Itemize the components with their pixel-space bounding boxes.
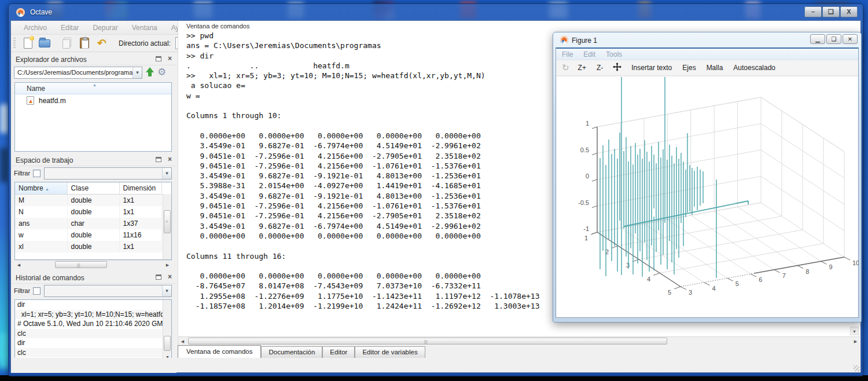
scroll-right-icon[interactable]: ▶	[163, 261, 172, 269]
undock-icon[interactable]	[156, 157, 161, 162]
history-vscrollbar[interactable]: ▼	[163, 300, 171, 361]
open-file-button[interactable]	[39, 38, 52, 49]
history-item[interactable]: clc	[15, 348, 171, 358]
undock-icon[interactable]	[156, 56, 161, 61]
tab-documentacion[interactable]: Documentación	[261, 346, 322, 358]
desktop-icon-fragment	[0, 104, 8, 133]
desktop-icon-fragment	[0, 333, 8, 368]
col-nombre[interactable]: Nombre ▲	[15, 182, 67, 195]
octave-titlebar[interactable]: Octave – ❏ X	[10, 5, 861, 20]
menu-file[interactable]: File	[562, 50, 573, 58]
history-item[interactable]: dir	[15, 338, 171, 348]
new-file-button[interactable]	[21, 38, 34, 49]
history-item[interactable]: clc	[15, 329, 171, 339]
table-row[interactable]: Ndouble1x1	[15, 206, 162, 218]
scroll-left-icon[interactable]: ◀	[14, 261, 23, 269]
file-row[interactable]: heatfd.m	[15, 94, 171, 107]
menu-depurar[interactable]: Depurar	[93, 24, 117, 32]
pan-icon[interactable]	[613, 63, 621, 74]
table-row[interactable]: Mdouble1x1	[15, 195, 162, 207]
panel-title: Explorador de archivos	[16, 56, 87, 64]
history-item[interactable]: dir	[15, 300, 171, 310]
zoom-in-button[interactable]: Z+	[578, 64, 586, 72]
console-text[interactable]: >> pwd ans = C:\Users\Jeremias\Documents…	[186, 31, 539, 311]
minimize-button[interactable]: –	[804, 6, 822, 17]
resize-grip[interactable]	[854, 365, 859, 371]
figure-window: Figure 1 ▁ ❏ ✕ File Edit Tools ↻ Z+ Z- I…	[553, 32, 862, 323]
svg-text:1: 1	[584, 235, 588, 241]
explorer-up-button[interactable]	[145, 67, 155, 78]
close-button[interactable]: X	[840, 6, 858, 17]
col-clase[interactable]: Clase	[67, 182, 119, 195]
desktop-left-strip	[0, 0, 9, 375]
close-icon[interactable]: ×	[168, 273, 172, 281]
axes-button[interactable]: Ejes	[682, 64, 696, 72]
history-header[interactable]: Historial de comandos ×	[11, 272, 176, 284]
restore-button[interactable]: ❏	[826, 34, 841, 44]
name-column-header[interactable]: Name ▲	[15, 83, 171, 94]
undock-icon[interactable]	[156, 274, 161, 280]
workspace-filter-combo[interactable]: ▼	[44, 167, 172, 179]
current-directory-label: Directorio actual:	[119, 39, 171, 47]
figure-menubar: File Edit Tools	[556, 49, 858, 60]
scrollbar-thumb[interactable]	[188, 338, 667, 345]
scrollbar-grip: ≡	[165, 219, 168, 224]
grid-button[interactable]: Malla	[707, 64, 723, 72]
scroll-down-icon[interactable]: ▼	[850, 327, 859, 335]
history-filter-combo[interactable]: ▼	[44, 285, 172, 297]
workspace-header[interactable]: Espacio de trabajo ×	[11, 154, 176, 166]
tab-editor[interactable]: Editor	[322, 346, 355, 358]
figure-plot-svg[interactable]: 10.50-0.5-112345345678910	[557, 77, 859, 318]
workspace-hscrollbar[interactable]: ◀ ||| ▶	[14, 260, 172, 269]
table-row[interactable]: wdouble11x16	[15, 229, 162, 241]
figure-canvas[interactable]: 10.50-0.5-112345345678910	[557, 77, 858, 317]
copy-button[interactable]	[61, 38, 73, 49]
desktop-icon-fragment	[0, 148, 8, 182]
gear-icon[interactable]: ⚙	[157, 67, 166, 78]
workspace-vscrollbar[interactable]: ≡	[163, 194, 171, 259]
rotate-icon[interactable]: ↻	[562, 63, 569, 73]
menu-editar[interactable]: Editar	[61, 24, 79, 32]
scrollbar-thumb[interactable]	[164, 336, 171, 351]
history-item[interactable]: xl=1; xr=5; yb=3; yt=10; M=10;N=15; w=he…	[15, 310, 171, 320]
chevron-down-icon[interactable]: ▼	[162, 285, 171, 296]
maximize-button[interactable]: ❏	[822, 6, 840, 17]
col-dimension[interactable]: Dimensión	[119, 182, 162, 195]
explorer-path-combo[interactable]: C:/Users/Jeremias/Documents/programas ▼	[14, 67, 142, 79]
chevron-down-icon[interactable]: ▼	[133, 67, 142, 78]
file-list[interactable]: Name ▲ heatfd.m	[14, 82, 172, 152]
paste-button[interactable]	[78, 38, 91, 49]
autoscale-button[interactable]: Autoescalado	[733, 64, 775, 72]
menu-archivo[interactable]: Archivo	[24, 24, 47, 32]
tab-editor-de-variables[interactable]: Editor de variables	[355, 346, 425, 358]
close-button[interactable]: ✕	[843, 34, 858, 44]
svg-text:4: 4	[647, 276, 650, 283]
filter-checkbox[interactable]	[33, 170, 41, 177]
scroll-right-icon[interactable]: ▶	[851, 337, 860, 346]
close-icon[interactable]: ×	[168, 155, 172, 163]
minimize-button[interactable]: ▁	[810, 34, 825, 44]
table-row[interactable]: anschar1x37	[15, 218, 162, 229]
menu-tools[interactable]: Tools	[606, 50, 622, 58]
workspace-table-box: Nombre ▲ Clase Dimensión Mdouble1x1 Ndou…	[14, 182, 172, 260]
scrollbar-thumb[interactable]	[55, 261, 107, 268]
close-icon[interactable]: ×	[168, 54, 172, 63]
menu-edit[interactable]: Edit	[583, 50, 595, 58]
history-item[interactable]: # Octave 5.1.0, Wed Jun 10 21:10:46 2020…	[15, 319, 171, 329]
history-list[interactable]: dir xl=1; xr=5; yb=3; yt=10; M=10;N=15; …	[14, 299, 172, 362]
file-explorer-header[interactable]: Explorador de archivos ×	[11, 53, 176, 65]
zoom-out-button[interactable]: Z-	[597, 64, 603, 72]
scroll-left-icon[interactable]: ◀	[178, 337, 187, 346]
figure-titlebar[interactable]: Figure 1 ▁ ❏ ✕	[556, 34, 859, 47]
chevron-down-icon[interactable]: ▼	[162, 168, 171, 179]
command-hscrollbar[interactable]: ◀ ||| ▶	[178, 336, 860, 346]
filter-checkbox[interactable]	[33, 287, 41, 295]
svg-text:4: 4	[712, 285, 715, 292]
menu-ventana[interactable]: Ventana	[132, 24, 157, 32]
insert-text-button[interactable]: Insertar texto	[631, 64, 672, 72]
svg-text:3: 3	[626, 262, 630, 269]
undo-button[interactable]: ↶	[95, 38, 108, 49]
workspace-table[interactable]: Nombre ▲ Clase Dimensión Mdouble1x1 Ndou…	[15, 182, 162, 252]
tab-ventana-de-comandos[interactable]: Ventana de comandos	[178, 345, 261, 358]
table-row[interactable]: xldouble1x1	[15, 241, 162, 252]
